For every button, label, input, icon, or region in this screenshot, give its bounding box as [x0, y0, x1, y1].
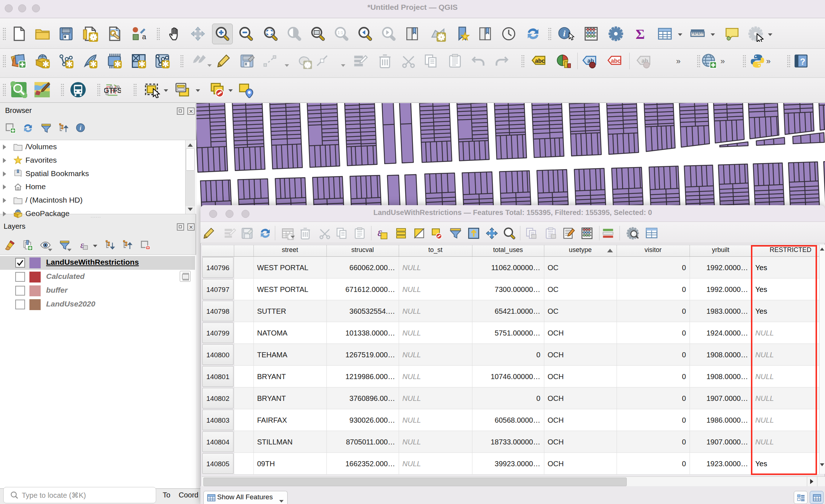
- svg-text:ε: ε: [80, 240, 84, 250]
- svg-text:✱: ✱: [114, 59, 121, 69]
- svg-text:✱: ✱: [90, 59, 97, 69]
- svg-text:✱: ✱: [66, 59, 73, 69]
- svg-text:1:1: 1:1: [338, 31, 343, 35]
- svg-text:✱: ✱: [162, 59, 169, 69]
- svg-text:a: a: [142, 33, 146, 41]
- svg-text:?: ?: [800, 57, 805, 66]
- svg-text:i: i: [563, 29, 566, 38]
- svg-text:Σ: Σ: [635, 27, 645, 42]
- svg-text:i: i: [80, 125, 81, 131]
- svg-text:✱: ✱: [42, 59, 49, 69]
- svg-text:ε: ε: [378, 227, 382, 239]
- svg-text:✱: ✱: [138, 59, 146, 69]
- svg-text:GTFS: GTFS: [104, 86, 121, 94]
- svg-text:abc: abc: [535, 58, 545, 64]
- svg-text:abc: abc: [611, 58, 621, 64]
